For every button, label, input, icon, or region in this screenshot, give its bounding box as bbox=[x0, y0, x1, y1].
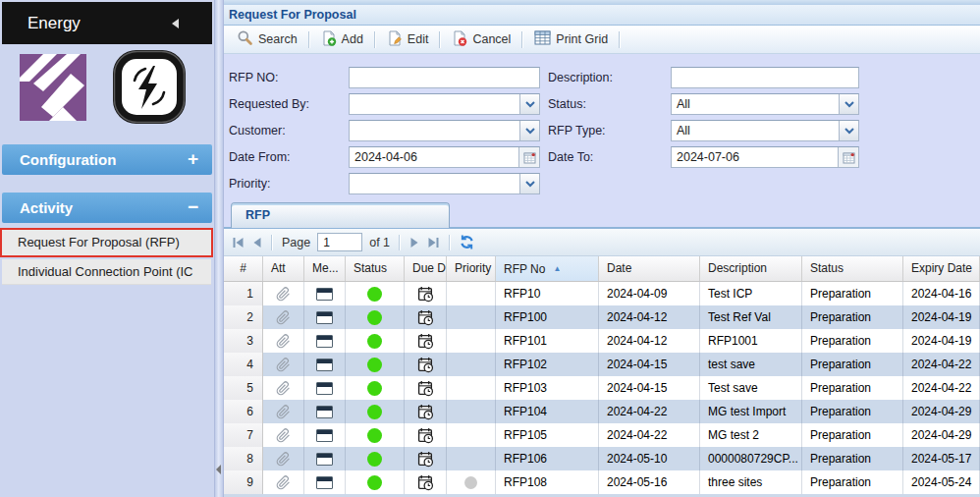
cell-rfp-no: RFP105 bbox=[496, 423, 599, 447]
table-row[interactable]: 7RFP1052024-04-22MG test 2Preparation202… bbox=[224, 423, 980, 447]
edit-button[interactable]: Edit bbox=[378, 28, 438, 51]
refresh-button[interactable] bbox=[460, 235, 474, 249]
due-date-cell[interactable] bbox=[405, 423, 447, 447]
due-date-cell[interactable] bbox=[405, 282, 447, 305]
sidebar-section-configuration[interactable]: Configuration + bbox=[2, 144, 212, 175]
priority-dot bbox=[464, 476, 477, 489]
row-number-cell: 6 bbox=[224, 400, 263, 423]
col-header-due-d[interactable]: Due D... bbox=[405, 256, 447, 281]
memo-cell[interactable] bbox=[304, 470, 346, 494]
tab-rfp[interactable]: RFP bbox=[231, 202, 450, 228]
memo-cell[interactable] bbox=[304, 447, 346, 470]
col-header-status-2[interactable]: Status bbox=[802, 256, 903, 281]
requested-by-select[interactable] bbox=[349, 93, 540, 115]
add-button[interactable]: Add bbox=[312, 28, 372, 51]
page-label: Page bbox=[282, 236, 310, 249]
sidebar-item-request-for-proposal[interactable]: Request For Proposal (RFP) bbox=[2, 230, 211, 255]
attachment-cell[interactable] bbox=[263, 353, 304, 376]
table-row[interactable]: 4RFP1022024-04-15test savePreparation202… bbox=[224, 353, 980, 376]
cancel-button[interactable]: Cancel bbox=[443, 28, 519, 51]
table-row[interactable]: 1RFP102024-04-09Test ICPPreparation2024-… bbox=[224, 282, 980, 305]
chevron-down-icon[interactable] bbox=[519, 174, 539, 193]
table-row[interactable]: 8RFP1062024-05-100000080729CP...Preparat… bbox=[224, 447, 980, 470]
col-header-expiry-date[interactable]: Expiry Date bbox=[903, 256, 980, 281]
col-header-me[interactable]: Me... bbox=[304, 256, 346, 281]
col-header-description[interactable]: Description bbox=[700, 256, 802, 281]
table-row[interactable]: 6RFP1042024-04-22MG test ImportPreparati… bbox=[224, 400, 980, 423]
rfp-type-select[interactable]: All bbox=[671, 120, 859, 141]
chevron-down-icon[interactable] bbox=[519, 94, 539, 114]
customer-select[interactable] bbox=[349, 120, 540, 141]
table-row[interactable]: 5RFP1032024-04-15Test savePreparation202… bbox=[224, 376, 980, 400]
due-date-cell[interactable] bbox=[405, 400, 447, 423]
date-from-input[interactable] bbox=[350, 147, 518, 167]
col-header-date[interactable]: Date bbox=[599, 256, 700, 281]
cell-rfp-no: RFP108 bbox=[496, 470, 599, 494]
filter-form: RFP NO: Requested By: Customer: Date Fro… bbox=[224, 54, 980, 201]
cell-status: Preparation bbox=[802, 353, 903, 376]
pager-last-button[interactable] bbox=[427, 237, 440, 248]
pager-next-button[interactable] bbox=[409, 237, 420, 248]
chevron-down-icon[interactable] bbox=[839, 94, 858, 114]
search-button[interactable]: Search bbox=[228, 28, 306, 51]
sidebar-collapse-icon[interactable] bbox=[172, 19, 179, 28]
collapse-icon[interactable]: − bbox=[188, 193, 198, 221]
splitter-collapse-icon[interactable] bbox=[216, 465, 221, 474]
sidebar-section-activity[interactable]: Activity − bbox=[2, 193, 212, 223]
cell-expiry-date: 2024-05-17 bbox=[903, 447, 980, 470]
table-row[interactable]: 2RFP1002024-04-12Test Ref ValPreparation… bbox=[224, 305, 980, 329]
rfp-no-input[interactable] bbox=[349, 67, 540, 88]
page-number-input[interactable] bbox=[317, 233, 362, 251]
memo-cell[interactable] bbox=[304, 400, 346, 423]
cell-status: Preparation bbox=[802, 305, 903, 329]
attachment-cell[interactable] bbox=[263, 423, 304, 447]
pager-first-button[interactable] bbox=[232, 237, 245, 248]
date-to-input[interactable] bbox=[672, 147, 838, 167]
table-row[interactable]: 9RFP1082024-05-16three sitesPreparation2… bbox=[224, 470, 980, 494]
status-select[interactable]: All bbox=[671, 93, 859, 115]
pager-prev-button[interactable] bbox=[251, 237, 262, 248]
attachment-cell[interactable] bbox=[263, 282, 304, 305]
memo-cell[interactable] bbox=[304, 353, 346, 376]
memo-cell[interactable] bbox=[304, 423, 346, 447]
memo-cell[interactable] bbox=[304, 376, 346, 400]
paperclip-icon bbox=[276, 452, 291, 467]
rfp-no-label: RFP NO: bbox=[229, 67, 278, 88]
column-label: Status bbox=[810, 261, 844, 275]
due-date-icon bbox=[417, 474, 434, 491]
table-row[interactable]: 3RFP1012024-04-12RFP1001Preparation2024-… bbox=[224, 329, 980, 353]
col-header-priority[interactable]: Priority bbox=[447, 256, 496, 281]
col-header-att[interactable]: Att bbox=[263, 256, 304, 281]
attachment-cell[interactable] bbox=[263, 329, 304, 353]
attachment-cell[interactable] bbox=[263, 400, 304, 423]
memo-cell[interactable] bbox=[304, 305, 346, 329]
chevron-down-icon[interactable] bbox=[839, 121, 858, 140]
attachment-cell[interactable] bbox=[263, 447, 304, 470]
calendar-icon[interactable] bbox=[518, 147, 539, 167]
due-date-cell[interactable] bbox=[405, 353, 447, 376]
selected-value bbox=[350, 121, 519, 140]
due-date-cell[interactable] bbox=[405, 447, 447, 470]
sidebar-item-individual-connection-point[interactable]: Individual Connection Point (IC bbox=[2, 259, 211, 285]
chevron-down-icon[interactable] bbox=[519, 121, 539, 140]
cell-expiry-date: 2024-04-19 bbox=[903, 305, 980, 329]
due-date-cell[interactable] bbox=[405, 329, 447, 353]
col-header-rfp-no[interactable]: RFP No▲ bbox=[496, 256, 599, 281]
col-header-num[interactable]: # bbox=[224, 256, 263, 281]
attachment-cell[interactable] bbox=[263, 305, 304, 329]
status-cell bbox=[346, 305, 405, 329]
due-date-cell[interactable] bbox=[405, 305, 447, 329]
attachment-cell[interactable] bbox=[263, 470, 304, 494]
col-header-status[interactable]: Status bbox=[346, 256, 405, 281]
memo-cell[interactable] bbox=[304, 329, 346, 353]
priority-select[interactable] bbox=[349, 173, 540, 194]
print-grid-button[interactable]: Print Grid bbox=[525, 28, 617, 51]
calendar-icon[interactable] bbox=[838, 147, 858, 167]
attachment-cell[interactable] bbox=[263, 376, 304, 400]
due-date-cell[interactable] bbox=[405, 470, 447, 494]
memo-cell[interactable] bbox=[304, 282, 346, 305]
description-input[interactable] bbox=[671, 67, 859, 88]
sidebar-splitter[interactable] bbox=[214, 0, 224, 497]
expand-icon[interactable]: + bbox=[188, 144, 198, 173]
due-date-cell[interactable] bbox=[405, 376, 447, 400]
